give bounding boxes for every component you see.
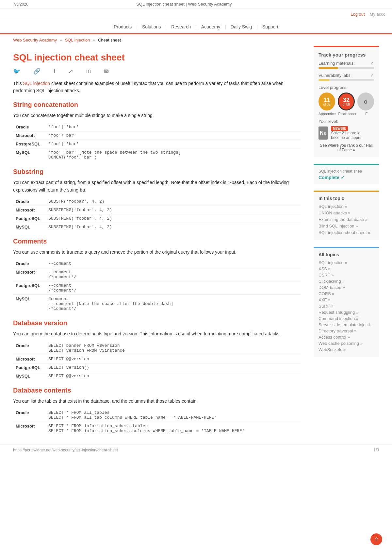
table-row: Oracle SUBSTR('foobar', 4, 2) [13,197,301,206]
code-cell: --comment/*comment*/ [46,268,301,281]
your-level-title: Your level: [318,119,374,124]
list-item: XXE » [318,297,374,302]
all-topic-xxe[interactable]: XXE » [318,297,331,302]
topic-link-sql[interactable]: SQL injection » [318,204,347,209]
vuln-progress-fill [318,79,330,81]
all-topic-directory-traversal[interactable]: Directory traversal » [318,328,356,333]
all-topic-request-smuggling[interactable]: Request smuggling » [318,310,358,315]
track-progress-card: Track your progress Learning materials: … [314,46,379,157]
substring-table: Oracle SUBSTR('foobar', 4, 2) Microsoft … [13,197,301,231]
table-row: PostgreSQL --comment/*comment*/ [13,281,301,295]
level-circles: 11 of 32 32 of 88 o [318,92,374,110]
list-item: Server-side template injecti… [318,322,374,327]
share-icon[interactable]: ↗ [68,68,73,75]
all-topic-ssti[interactable]: Server-side template injecti… [318,322,374,327]
list-item: Directory traversal » [318,328,374,333]
social-icons: 🐦 🔗 f ↗ in ✉ [13,68,301,75]
expert-label-text: E [359,112,374,116]
all-topic-command-injection[interactable]: Command injection » [318,316,358,321]
browser-title: SQL injection cheat sheet | Web Security… [136,2,232,7]
section-desc-db-contents: You can list the tables that exist in th… [13,397,301,405]
nav-products[interactable]: Products [109,24,136,29]
breadcrumb-home[interactable]: Web Security Academy [13,38,57,42]
db-label: Oracle [13,197,46,206]
db-label: MySQL [13,148,46,162]
breadcrumb-section[interactable]: SQL injection [65,38,90,42]
table-row: MySQL SELECT @@version [13,372,301,380]
facebook-icon[interactable]: f [54,68,55,75]
hall-of-fame-link[interactable]: See where you rank o our Hall of Fame » [318,143,374,152]
topic-link-blind[interactable]: Blind SQL injection » [318,224,358,228]
db-label: Microsoft [13,206,46,214]
topic-link-examining[interactable]: Examining the database » [318,217,368,222]
main-content: SQL injection cheat sheet 🐦 🔗 f ↗ in ✉ T… [13,46,304,438]
twitter-icon[interactable]: 🐦 [13,68,20,75]
list-item: CSRF » [318,272,374,278]
level-info: NEWBIE Solve 21 more la become an appre [331,126,374,140]
all-topics-title: All topics [318,252,374,257]
table-row: PostgreSQL SUBSTRING('foobar', 4, 2) [13,214,301,223]
nav-solutions[interactable]: Solutions [138,24,166,29]
comments-table: Oracle --comment Microsoft --comment/*co… [13,260,301,313]
complete-status: Complete ✓ [318,175,374,180]
list-item: CORS » [318,291,374,296]
nav-research[interactable]: Research [167,24,195,29]
code-cell: #comment-- comment [Note the space after… [46,295,301,313]
topic-link-cheatsheet[interactable]: SQL injection cheat sheet » [318,230,370,235]
all-topic-sql[interactable]: SQL injection » [318,260,347,265]
linkedin-icon[interactable]: in [86,68,91,75]
page-title: SQL injection cheat sheet [13,52,301,63]
apprentice-current: 11 [324,97,330,103]
in-this-topic-title: In this topic [318,196,374,201]
all-topic-csrf[interactable]: CSRF » [318,273,334,278]
code-cell: SELECT version() [46,363,301,372]
code-cell: SELECT @@version [46,355,301,363]
db-version-table: Oracle SELECT banner FROM v$versionSELEC… [13,342,301,380]
table-row: Oracle --comment [13,260,301,268]
all-topic-xss[interactable]: XSS » [318,266,331,271]
page-layout: SQL injection cheat sheet 🐦 🔗 f ↗ in ✉ T… [0,46,392,438]
level-icon: Ne [318,126,328,140]
list-item: SQL injection » [318,260,374,265]
nav-support[interactable]: Support [258,24,283,29]
newbie-badge: NEWBIE [331,126,348,131]
db-label: MySQL [13,372,46,380]
db-label: Microsoft [13,268,46,281]
footer-url[interactable]: https://portswigger.net/web-security/sql… [13,448,118,452]
list-item: Access control » [318,334,374,340]
section-heading-db-version: Database version [13,319,301,327]
all-topic-access-control[interactable]: Access control » [318,335,350,340]
breadcrumb: Web Security Academy » SQL injection » C… [0,34,392,46]
db-label: MySQL [13,223,46,231]
complete-card-title: SQL injection cheat shee [318,169,374,174]
nav-daily-swig[interactable]: Daily Swig [226,24,256,29]
email-icon[interactable]: ✉ [104,68,109,75]
link-icon[interactable]: 🔗 [33,68,41,75]
topic-link-union[interactable]: UNION attacks » [318,210,351,215]
section-heading-db-contents: Database contents [13,387,301,394]
code-cell: SELECT @@version [46,372,301,380]
logout-link[interactable]: Log out [351,12,365,17]
list-item: Blind SQL injection » [318,223,374,228]
string-concat-table: Oracle 'foo'||'bar' Microsoft 'foo'+'bar… [13,123,301,161]
all-topic-dom[interactable]: DOM-based » [318,285,345,290]
practitioner-circle: 32 of 88 [338,92,355,110]
my-account-link: My acco [370,12,385,17]
in-this-topic-card: In this topic SQL injection » UNION atta… [314,191,379,240]
all-topic-web-cache[interactable]: Web cache poisoning » [318,341,363,346]
all-topic-cors[interactable]: CORS » [318,291,334,296]
all-topic-clickjacking[interactable]: Clickjacking » [318,279,344,284]
all-topic-websockets[interactable]: WebSockets » [318,347,346,352]
hall-of-fame-anchor[interactable]: See where you rank o our Hall of Fame » [320,143,372,152]
code-cell: SUBSTRING('foobar', 4, 2) [46,206,301,214]
list-item: WebSockets » [318,347,374,352]
section-heading-substring: Substring [13,168,301,176]
list-item: SQL injection cheat sheet » [318,230,374,235]
sql-injection-link[interactable]: SQL injection [23,81,50,86]
code-cell: SELECT * FROM information_schema.tablesS… [46,422,301,435]
track-progress-title: Track your progress [318,52,374,58]
all-topic-ssrf[interactable]: SSRF » [318,304,334,309]
db-label: Oracle [13,409,46,422]
page-number: 1/3 [373,448,379,452]
nav-academy[interactable]: Academy [197,24,225,29]
